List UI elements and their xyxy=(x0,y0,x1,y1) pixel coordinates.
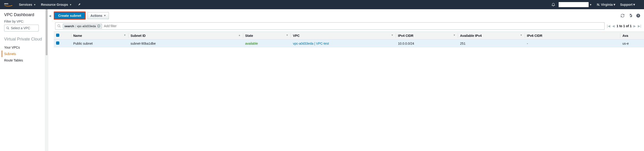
svg-text:?: ? xyxy=(638,14,639,17)
sort-asc-icon: ▲ xyxy=(238,34,241,36)
services-label: Services xyxy=(19,3,32,6)
services-menu[interactable]: Services ▼ xyxy=(19,3,36,6)
column-header-available-ipv4[interactable]: Available IPv4▼ xyxy=(458,32,525,40)
caret-down-icon: ▼ xyxy=(34,3,36,6)
cell-vpc-link[interactable]: vpc-a0d33eda | VPC-test xyxy=(293,42,329,45)
settings-button[interactable] xyxy=(628,13,634,19)
pin-icon[interactable] xyxy=(78,3,81,7)
caret-down-icon[interactable]: ▼ xyxy=(590,3,592,6)
select-all-header[interactable] xyxy=(54,32,71,40)
page-last-button[interactable]: ▶| xyxy=(638,24,641,28)
aws-logo[interactable]: aws xyxy=(4,2,12,7)
region-label: N. Virginia xyxy=(597,3,613,6)
cell-name: Public subnet xyxy=(71,40,128,47)
top-navbar: aws Services ▼ Resource Groups ▼ ▼ N. Vi… xyxy=(0,0,644,9)
create-subnet-button[interactable]: Create subnet xyxy=(54,11,86,19)
row-checkbox[interactable] xyxy=(56,41,59,45)
select-all-checkbox[interactable] xyxy=(56,34,59,37)
svg-line-6 xyxy=(60,26,60,27)
actions-label: Actions xyxy=(90,14,102,17)
vpc-filter-select[interactable]: Select a VPC xyxy=(4,25,39,31)
filter-row: search : vpc-a0d33eda ✕ |◀ ◀ 1 to 1 of 1… xyxy=(54,22,644,31)
resource-groups-label: Resource Groups xyxy=(41,3,68,6)
sort-icon: ▼ xyxy=(453,34,456,36)
search-tag-value: vpc-a0d33eda xyxy=(77,24,96,28)
search-tag-key: search : xyxy=(64,24,76,28)
column-header-vpc[interactable]: VPC▼ xyxy=(290,32,396,40)
filter-input[interactable] xyxy=(104,24,602,28)
notifications-icon[interactable] xyxy=(551,2,556,7)
column-header-name[interactable]: Name▼ xyxy=(71,32,128,40)
search-icon xyxy=(6,26,10,30)
resource-groups-menu[interactable]: Resource Groups ▼ xyxy=(41,3,72,6)
sort-icon: ▼ xyxy=(520,34,522,36)
table-row[interactable]: Public subnet subnet-90ba1dbe available … xyxy=(54,40,644,47)
scrollbar-thumb[interactable] xyxy=(46,9,48,55)
toolbar: Create subnet Actions ▼ ? xyxy=(54,11,644,19)
svg-line-2 xyxy=(8,28,9,29)
cell-available-ipv4: 251 xyxy=(458,40,525,47)
svg-point-1 xyxy=(7,27,8,29)
vpc-select-placeholder: Select a VPC xyxy=(11,26,30,30)
caret-down-icon: ▼ xyxy=(632,3,636,6)
svg-point-5 xyxy=(58,25,60,27)
sidebar-item-your-vpcs[interactable]: Your VPCs xyxy=(4,44,45,51)
page-indicator: 1 to 1 of 1 xyxy=(616,24,632,28)
column-header-ipv4-cidr[interactable]: IPv4 CIDR▼ xyxy=(396,32,458,40)
cell-subnet-id: subnet-90ba1dbe xyxy=(128,40,243,47)
page-prev-button[interactable]: ◀ xyxy=(612,24,615,28)
column-header-az[interactable]: Ava xyxy=(620,32,644,40)
actions-menu-button[interactable]: Actions ▼ xyxy=(88,12,109,19)
caret-down-icon: ▼ xyxy=(70,3,72,6)
cell-az: us-e xyxy=(620,40,644,47)
help-button[interactable]: ? xyxy=(635,13,641,19)
refresh-button[interactable] xyxy=(620,13,626,19)
region-menu[interactable]: N. Virginia ▼ xyxy=(597,3,616,6)
page-next-button[interactable]: ▶ xyxy=(634,24,636,28)
sort-icon: ▼ xyxy=(286,34,288,36)
support-label: Support xyxy=(620,3,632,6)
pagination: |◀ ◀ 1 to 1 of 1 ▶ ▶| xyxy=(607,24,641,28)
account-menu[interactable] xyxy=(559,2,588,7)
svg-text:aws: aws xyxy=(4,2,8,5)
column-header-state[interactable]: State▼ xyxy=(243,32,291,40)
filter-by-vpc-label: Filter by VPC: xyxy=(4,19,45,23)
sidebar: VPC Dashboard Filter by VPC: Select a VP… xyxy=(0,9,45,151)
support-menu[interactable]: Support ▼ xyxy=(620,3,636,6)
search-filter-tag[interactable]: search : vpc-a0d33eda ✕ xyxy=(63,24,102,28)
subnets-table: Name▼ Subnet ID▲ State▼ VPC▼ IPv4 CIDR▼ … xyxy=(54,31,644,47)
main-content: Create subnet Actions ▼ ? search : vpc- xyxy=(52,9,644,151)
search-icon xyxy=(57,24,61,28)
filter-search-box[interactable]: search : vpc-a0d33eda ✕ xyxy=(55,22,604,30)
section-title-vpc: Virtual Private Cloud xyxy=(4,37,45,42)
cell-ipv6-cidr: - xyxy=(525,40,620,47)
cell-state: available xyxy=(243,40,291,47)
sidebar-collapse-handle[interactable]: ◀ xyxy=(48,9,52,151)
dashboard-link[interactable]: VPC Dashboard xyxy=(4,12,45,17)
caret-down-icon: ▼ xyxy=(104,14,106,17)
sidebar-item-subnets[interactable]: Subnets xyxy=(2,51,45,57)
caret-down-icon: ▼ xyxy=(613,3,616,6)
sort-icon: ▼ xyxy=(391,34,394,36)
sidebar-item-route-tables[interactable]: Route Tables xyxy=(4,57,45,64)
remove-filter-icon[interactable]: ✕ xyxy=(97,24,100,28)
sort-icon: ▼ xyxy=(124,34,126,36)
page-first-button[interactable]: |◀ xyxy=(607,24,610,28)
column-header-subnet-id[interactable]: Subnet ID▲ xyxy=(128,32,243,40)
cell-ipv4-cidr: 10.0.0.0/24 xyxy=(396,40,458,47)
sidebar-scrollbar[interactable] xyxy=(45,9,48,151)
column-header-ipv6-cidr[interactable]: IPv6 CIDR xyxy=(525,32,620,40)
